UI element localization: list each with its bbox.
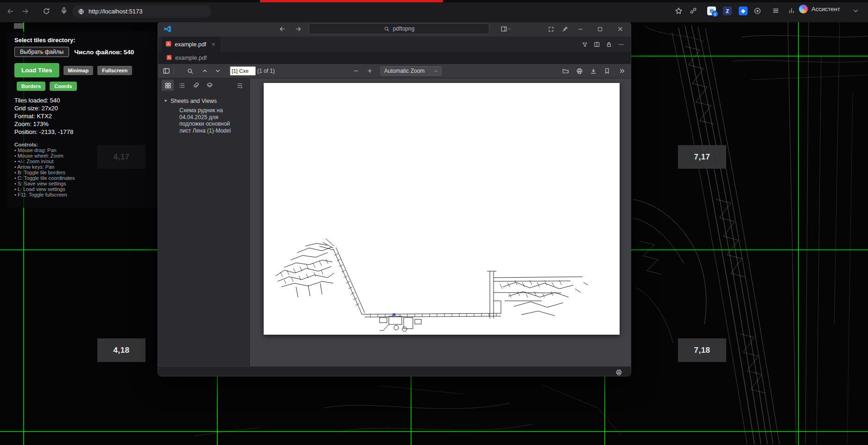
find-icon[interactable] bbox=[187, 64, 194, 78]
grid-line-horizontal bbox=[0, 249, 158, 250]
triangle-down-icon bbox=[164, 98, 168, 104]
grid-line-horizontal bbox=[631, 249, 868, 250]
maximize-button[interactable] bbox=[591, 21, 609, 37]
extension-icon-z[interactable]: Z bbox=[723, 6, 732, 15]
screen: 4,17 7,17 4,18 7,18 Select tiles directo… bbox=[0, 0, 868, 445]
more-actions-icon[interactable] bbox=[618, 41, 624, 48]
attachments-icon[interactable] bbox=[190, 80, 202, 91]
vscode-tabbar: example.pdf bbox=[158, 37, 631, 52]
grid-line-vertical bbox=[798, 22, 799, 445]
vscode-titlebar[interactable]: pdftopng bbox=[158, 21, 631, 37]
grid-line-horizontal bbox=[0, 431, 868, 432]
grid-line-vertical bbox=[217, 376, 218, 445]
controls-hint: • S: Save view settings bbox=[14, 181, 150, 186]
url-text: http://localhost:5173 bbox=[89, 8, 142, 15]
mic-icon[interactable] bbox=[60, 7, 68, 14]
fullscreen-button[interactable]: Fullscreen bbox=[97, 66, 132, 75]
coords-toggle-button[interactable]: Coords bbox=[50, 82, 77, 91]
tab-close-icon[interactable] bbox=[211, 42, 216, 47]
toolbar-divider bbox=[174, 64, 174, 78]
sidebar-toggle-icon[interactable] bbox=[163, 64, 170, 78]
address-bar[interactable]: http://localhost:5173 bbox=[72, 5, 211, 18]
extension-icon-circle[interactable] bbox=[754, 7, 761, 15]
status-position: Position: -2133, -1778 bbox=[14, 128, 150, 136]
bookmark-icon[interactable] bbox=[604, 64, 610, 78]
extension-icon-blue[interactable]: ◆ bbox=[739, 6, 748, 15]
tile-viewer-control-panel: Select tiles directory: Выбрать файлы Чи… bbox=[7, 32, 158, 208]
copy-link-icon[interactable] bbox=[690, 7, 697, 14]
select-directory-label: Select tiles directory: bbox=[14, 37, 150, 44]
stats-icon[interactable] bbox=[788, 7, 795, 14]
tab-example-pdf[interactable]: example.pdf bbox=[162, 37, 220, 52]
nav-back-icon[interactable] bbox=[278, 25, 287, 33]
tab-strip-active-indicator bbox=[260, 0, 443, 2]
globe-icon bbox=[78, 8, 84, 15]
close-button[interactable] bbox=[611, 21, 629, 37]
pdf-viewer-canvas[interactable] bbox=[250, 78, 631, 366]
breadcrumb[interactable]: example.pdf bbox=[158, 52, 631, 64]
printer-icon[interactable] bbox=[615, 369, 622, 376]
current-outline-item-icon[interactable] bbox=[234, 80, 246, 91]
next-page-icon[interactable] bbox=[215, 64, 221, 78]
minimize-button[interactable] bbox=[571, 21, 589, 37]
open-file-icon[interactable] bbox=[562, 64, 569, 78]
zoom-select[interactable]: Automatic Zoom bbox=[380, 66, 442, 76]
grid-line-horizontal bbox=[631, 56, 868, 57]
menu-icon[interactable] bbox=[772, 7, 779, 14]
print-icon[interactable] bbox=[576, 64, 583, 78]
nav-forward-icon[interactable] bbox=[293, 25, 303, 33]
assistant-label: Ассистент bbox=[811, 6, 840, 13]
controls-hint: • Arrow keys: Pan bbox=[14, 164, 150, 170]
vscode-window: pdftopng bbox=[158, 21, 631, 376]
file-count-label: Число файлов: 540 bbox=[74, 49, 134, 56]
refresh-icon[interactable] bbox=[43, 7, 50, 15]
zoom-out-icon[interactable] bbox=[353, 64, 359, 78]
zoom-in-icon[interactable] bbox=[367, 64, 373, 78]
minimap-button[interactable]: Minimap bbox=[63, 66, 94, 75]
save-icon[interactable] bbox=[590, 64, 597, 78]
assistant-button[interactable]: Ассистент bbox=[799, 5, 840, 13]
tree-root-label: Sheets and Views bbox=[171, 98, 217, 104]
page-number-input[interactable] bbox=[230, 66, 256, 76]
browser-forward-icon[interactable] bbox=[21, 7, 29, 15]
controls-hint: • L: Load view settings bbox=[14, 186, 150, 192]
thumbnails-view-icon[interactable] bbox=[162, 80, 174, 91]
outline-view-icon[interactable] bbox=[176, 80, 188, 91]
split-editor-icon[interactable] bbox=[594, 41, 600, 48]
toolbar-overflow-icon[interactable] bbox=[619, 64, 625, 78]
extension-icon-translator[interactable]: ⊞ 1 bbox=[707, 6, 716, 15]
load-tiles-button[interactable]: Load Tiles bbox=[14, 63, 59, 77]
pin-icon[interactable] bbox=[560, 25, 570, 33]
command-center-search[interactable]: pdftopng bbox=[309, 23, 489, 34]
breadcrumb-file-name: example.pdf bbox=[175, 55, 207, 61]
lock-icon[interactable] bbox=[606, 41, 612, 48]
borders-toggle-button[interactable]: Borders bbox=[17, 82, 45, 91]
tile-coordinate-label: 7,18 bbox=[678, 338, 726, 362]
status-format: Format: KTX2 bbox=[14, 112, 150, 120]
controls-hint: • F11: Toggle fullscreen bbox=[14, 192, 150, 197]
pdf-drawing bbox=[264, 83, 620, 335]
tile-coordinate-label: 7,17 bbox=[678, 145, 726, 169]
chevron-down-icon[interactable] bbox=[853, 8, 859, 14]
page-count-label: (1 of 1) bbox=[257, 64, 275, 78]
previous-page-icon[interactable] bbox=[202, 64, 208, 78]
assistant-icon bbox=[799, 5, 808, 13]
pdf-sidebar: Sheets and Views Схема рудник на 04.04.2… bbox=[158, 78, 250, 366]
extension-badge: 1 bbox=[712, 11, 718, 17]
editor-layout-icon[interactable] bbox=[500, 25, 512, 33]
bookmark-star-icon[interactable] bbox=[675, 7, 683, 15]
outline-item-schema[interactable]: Схема рудник на 04.04.2025 для подложки … bbox=[179, 107, 239, 134]
filter-icon[interactable] bbox=[582, 41, 588, 48]
pdf-page bbox=[264, 83, 620, 335]
browser-back-icon[interactable] bbox=[6, 7, 14, 15]
status-zoom: Zoom: 173% bbox=[14, 120, 150, 128]
controls-hint: • B: Toggle tile borders bbox=[14, 170, 150, 175]
tree-root-sheets-and-views[interactable]: Sheets and Views bbox=[164, 98, 249, 104]
choose-files-button[interactable]: Выбрать файлы bbox=[14, 47, 69, 57]
vscode-logo-icon bbox=[164, 25, 171, 35]
browser-chrome: http://localhost:5173 ⊞ 1 Z ◆ Ассистент bbox=[0, 0, 868, 22]
layers-icon[interactable] bbox=[203, 80, 215, 91]
fullscreen-icon[interactable] bbox=[546, 25, 556, 33]
pdf-toolbar: (1 of 1) Automatic Zoom bbox=[158, 64, 631, 78]
tab-title: example.pdf bbox=[175, 41, 208, 48]
